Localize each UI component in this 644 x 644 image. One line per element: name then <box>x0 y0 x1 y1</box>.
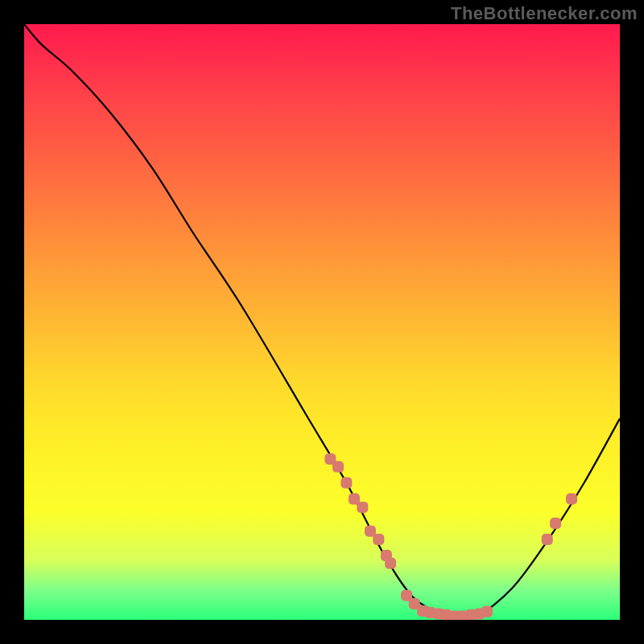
chart-frame: TheBottlenecker.com <box>0 0 644 644</box>
attribution-text: TheBottlenecker.com <box>451 3 638 24</box>
plot-area <box>24 24 620 620</box>
data-marker <box>481 606 493 617</box>
data-marker <box>542 534 553 545</box>
data-marker <box>332 461 344 473</box>
chart-overlay <box>24 24 620 620</box>
data-marker <box>373 534 384 545</box>
data-marker <box>341 477 352 489</box>
data-marker <box>357 502 368 513</box>
markers-group <box>324 453 577 620</box>
data-marker <box>385 558 396 569</box>
data-marker <box>550 518 561 529</box>
data-marker <box>566 493 577 505</box>
bottleneck-curve <box>24 24 620 619</box>
